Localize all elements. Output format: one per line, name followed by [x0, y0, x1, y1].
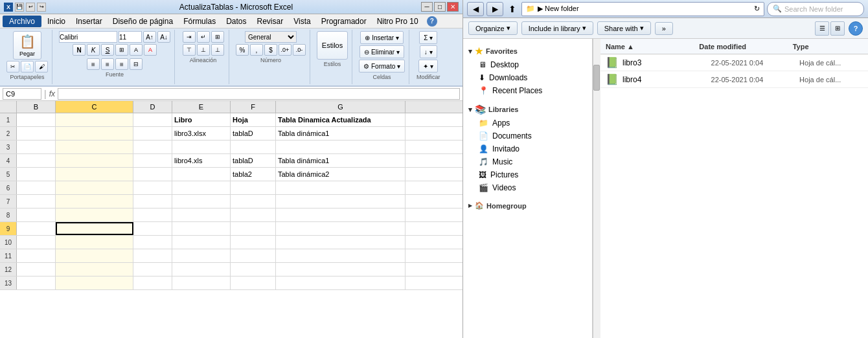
- cell-c9[interactable]: [56, 222, 133, 235]
- indent-button[interactable]: ⇥: [183, 31, 196, 43]
- view-details-button[interactable]: ☰: [815, 21, 829, 36]
- cell-c8[interactable]: [56, 208, 133, 221]
- cell-c1[interactable]: [56, 113, 133, 126]
- cell-f3[interactable]: [231, 141, 276, 153]
- cell-c7[interactable]: [56, 195, 133, 208]
- cell-g6[interactable]: [276, 181, 405, 194]
- cell-c3[interactable]: [56, 141, 133, 153]
- refresh-icon[interactable]: ↻: [754, 5, 760, 13]
- view-tiles-button[interactable]: ⊞: [830, 21, 845, 36]
- cell-e3[interactable]: [172, 141, 231, 153]
- list-item[interactable]: 📗 libro3 22-05-2021 0:04 Hoja de cál...: [600, 54, 868, 71]
- menu-insertar[interactable]: Insertar: [71, 16, 107, 27]
- cell-d8[interactable]: [133, 208, 172, 221]
- cell-g8[interactable]: [276, 208, 405, 221]
- percent-button[interactable]: %: [236, 44, 249, 56]
- cell-b5[interactable]: [17, 168, 56, 181]
- cell-e7[interactable]: [172, 195, 231, 208]
- merge-center-button[interactable]: ⊞: [211, 31, 224, 43]
- cell-f9[interactable]: [231, 222, 276, 235]
- underline-button[interactable]: S: [101, 44, 114, 56]
- cell-d9[interactable]: [133, 222, 172, 235]
- cell-b9[interactable]: [17, 222, 56, 235]
- explorer-help-button[interactable]: ?: [849, 21, 863, 36]
- cell-c2[interactable]: [56, 127, 133, 140]
- decimal-dec-button[interactable]: .0-: [293, 44, 306, 56]
- cell-c4[interactable]: [56, 154, 133, 167]
- decimal-inc-button[interactable]: .0+: [279, 44, 291, 56]
- cell-g4[interactable]: Tabla dinámica1: [276, 154, 405, 167]
- share-with-button[interactable]: Share with ▾: [597, 21, 651, 35]
- cell-d7[interactable]: [133, 195, 172, 208]
- cell-e9[interactable]: [172, 222, 231, 235]
- menu-vista[interactable]: Vista: [289, 16, 315, 27]
- font-size-input[interactable]: [119, 31, 142, 43]
- undo-icon[interactable]: ↩: [26, 3, 35, 12]
- increase-font-button[interactable]: A↑: [143, 31, 156, 43]
- sidebar-item-recent-places[interactable]: 📍 Recent Places: [463, 84, 592, 97]
- align-left-button[interactable]: ≡: [87, 58, 100, 70]
- address-bar[interactable]: 📁 ▶ New folder ↻: [521, 2, 764, 16]
- sidebar-item-invitado[interactable]: 👤 Invitado: [463, 142, 592, 155]
- bold-button[interactable]: N: [73, 44, 86, 56]
- cell-c5[interactable]: [56, 168, 133, 181]
- col-header-date[interactable]: Date modified: [699, 43, 792, 51]
- cell-d3[interactable]: [133, 141, 172, 153]
- save-icon[interactable]: 💾: [15, 3, 24, 12]
- col-header-b[interactable]: B: [17, 101, 56, 113]
- format-painter-button[interactable]: 🖌: [35, 61, 48, 73]
- cell-e8[interactable]: [172, 208, 231, 221]
- col-header-f[interactable]: F: [231, 101, 276, 113]
- help-icon[interactable]: ?: [427, 16, 437, 27]
- list-item[interactable]: 📗 libro4 22-05-2021 0:04 Hoja de cál...: [600, 71, 868, 88]
- cell-e6[interactable]: [172, 181, 231, 194]
- more-toolbar-button[interactable]: »: [655, 22, 673, 35]
- nav-scrollbar[interactable]: [593, 39, 600, 338]
- styles-button[interactable]: Estilos: [317, 31, 348, 60]
- maximize-button[interactable]: □: [434, 2, 446, 12]
- col-header-type[interactable]: Type: [793, 43, 863, 51]
- cell-d2[interactable]: [133, 127, 172, 140]
- cell-g2[interactable]: Tabla dinámica1: [276, 127, 405, 140]
- delete-cells-button[interactable]: ⊖ Eliminar ▾: [360, 45, 404, 58]
- number-format-select[interactable]: General: [245, 31, 297, 43]
- menu-datos[interactable]: Datos: [222, 16, 251, 27]
- menu-revisar[interactable]: Revisar: [253, 16, 288, 27]
- sidebar-item-videos[interactable]: 🎬 Videos: [463, 181, 592, 194]
- menu-programador[interactable]: Programador: [317, 16, 371, 27]
- align-top-button[interactable]: ⊤: [183, 44, 196, 56]
- cell-b3[interactable]: Procesar Carpeta: [17, 141, 56, 153]
- cell-g1[interactable]: Tabla Dinamica Actualizada: [276, 113, 405, 126]
- cell-g3[interactable]: [276, 141, 405, 153]
- cell-e5[interactable]: [172, 168, 231, 181]
- cell-b7[interactable]: [17, 195, 56, 208]
- cell-f6[interactable]: [231, 181, 276, 194]
- back-button[interactable]: ◀: [467, 2, 484, 16]
- sidebar-item-pictures[interactable]: 🖼 Pictures: [463, 168, 592, 181]
- cell-d4[interactable]: [133, 154, 172, 167]
- cell-c6[interactable]: [56, 181, 133, 194]
- align-center-button[interactable]: ≡: [101, 58, 114, 70]
- italic-button[interactable]: K: [87, 44, 100, 56]
- minimize-button[interactable]: ─: [421, 2, 433, 12]
- menu-inicio[interactable]: Inicio: [43, 16, 70, 27]
- scroll-thumb[interactable]: [593, 65, 600, 91]
- sum-button[interactable]: Σ ▾: [419, 31, 437, 44]
- cell-g9[interactable]: [276, 222, 405, 235]
- merge-button[interactable]: ⊟: [130, 58, 143, 70]
- sidebar-item-desktop[interactable]: 🖥 Desktop: [463, 58, 592, 71]
- redo-icon[interactable]: ↪: [37, 3, 46, 12]
- cell-f8[interactable]: [231, 208, 276, 221]
- cell-e1[interactable]: Libro: [172, 113, 231, 126]
- cut-button[interactable]: ✂: [6, 61, 19, 73]
- sidebar-item-downloads[interactable]: ⬇ Downloads: [463, 71, 592, 84]
- cell-f7[interactable]: [231, 195, 276, 208]
- forward-button[interactable]: ▶: [486, 2, 503, 16]
- sidebar-item-documents[interactable]: 📄 Documents: [463, 130, 592, 142]
- fill-color-button[interactable]: A: [130, 44, 143, 56]
- sidebar-item-music[interactable]: 🎵 Music: [463, 155, 592, 168]
- col-header-c[interactable]: C: [56, 101, 133, 113]
- cell-reference-input[interactable]: [3, 88, 41, 100]
- font-color-button[interactable]: A: [144, 44, 157, 56]
- align-bottom-button[interactable]: ⊥: [211, 44, 224, 56]
